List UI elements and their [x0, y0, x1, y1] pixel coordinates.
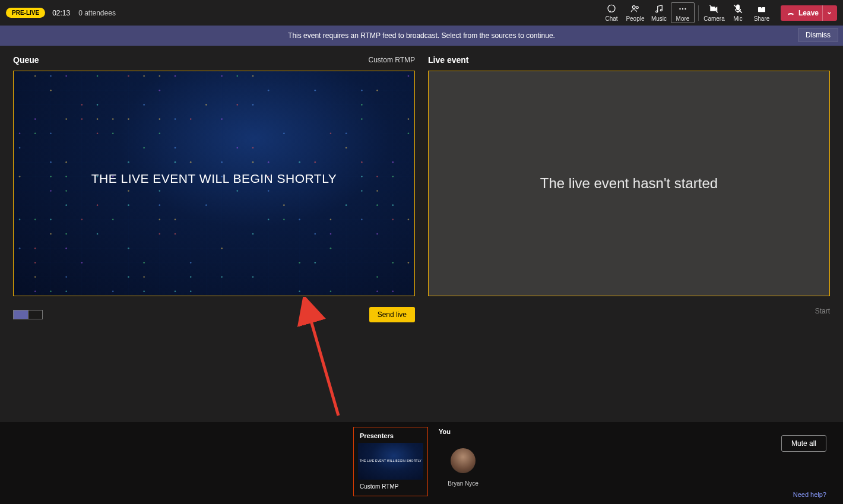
presenters-title: Presenters — [360, 432, 424, 439]
layout-toggle[interactable] — [13, 310, 43, 319]
music-button[interactable]: Music — [647, 2, 671, 23]
live-title: Live event — [428, 55, 468, 65]
top-bar: PRE-LIVE 02:13 0 attendees Chat People M… — [0, 0, 843, 26]
chat-button[interactable]: Chat — [600, 2, 623, 23]
avatar — [451, 448, 476, 473]
status-badge: PRE-LIVE — [6, 8, 45, 18]
chat-icon — [606, 4, 617, 14]
leave-button[interactable]: Leave — [781, 5, 837, 21]
more-button[interactable]: More — [671, 2, 695, 23]
svg-point-0 — [608, 5, 615, 12]
camera-button[interactable]: Camera — [702, 2, 726, 23]
svg-point-4 — [660, 9, 662, 11]
presenter-tray: Presenters THE LIVE EVENT WILL BEGIN SHO… — [0, 422, 843, 504]
live-status-message: The live event hasn't started — [540, 175, 718, 192]
people-icon — [630, 4, 641, 14]
queue-overlay-text: THE LIVE EVENT WILL BEGIN SHORTLY — [14, 172, 414, 186]
mic-off-icon — [733, 4, 743, 14]
topbar-actions: Chat People Music More Camera Mic Share — [600, 2, 837, 23]
svg-point-5 — [679, 8, 680, 9]
banner-message: This event requires an RTMP feed to broa… — [288, 31, 555, 40]
people-button[interactable]: People — [623, 2, 647, 23]
music-icon — [654, 4, 664, 14]
mic-button[interactable]: Mic — [726, 2, 750, 23]
dismiss-button[interactable]: Dismiss — [798, 28, 838, 42]
ellipsis-icon — [677, 4, 688, 14]
share-icon — [756, 4, 767, 14]
svg-point-3 — [656, 11, 658, 12]
live-preview: The live event hasn't started — [428, 71, 830, 296]
share-button[interactable]: Share — [750, 2, 774, 23]
you-card[interactable]: You Bryan Nyce — [436, 427, 490, 487]
mute-all-button[interactable]: Mute all — [781, 435, 826, 452]
svg-point-2 — [636, 7, 638, 9]
elapsed-timer: 02:13 — [52, 9, 70, 17]
svg-point-7 — [684, 8, 686, 9]
hangup-icon — [787, 9, 795, 17]
svg-point-6 — [682, 8, 683, 9]
rtmp-banner: This event requires an RTMP feed to broa… — [0, 26, 843, 46]
chevron-down-icon[interactable] — [822, 5, 832, 21]
camera-off-icon — [709, 4, 720, 14]
live-column: Live event The live event hasn't started… — [428, 55, 830, 322]
svg-line-203 — [308, 309, 338, 416]
you-title: You — [439, 428, 490, 435]
need-help-link[interactable]: Need help? — [793, 491, 826, 498]
queue-source-label: Custom RTMP — [369, 56, 415, 64]
presenter-source-label: Custom RTMP — [360, 483, 424, 490]
main-area: Queue Custom RTMP THE LIVE EVENT WILL BE… — [0, 46, 843, 322]
presenters-card[interactable]: Presenters THE LIVE EVENT WILL BEGIN SHO… — [353, 427, 428, 496]
queue-title: Queue — [13, 55, 39, 65]
queue-preview[interactable]: THE LIVE EVENT WILL BEGIN SHORTLY — [13, 71, 415, 296]
start-button[interactable]: Start — [815, 307, 830, 315]
attendee-count: 0 attendees — [78, 9, 116, 17]
separator — [698, 5, 699, 21]
send-live-button[interactable]: Send live — [369, 307, 415, 322]
svg-point-1 — [632, 6, 635, 9]
queue-column: Queue Custom RTMP THE LIVE EVENT WILL BE… — [13, 55, 415, 322]
presenter-thumbnail[interactable]: THE LIVE EVENT WILL BEGIN SHORTLY — [358, 443, 423, 480]
you-name: Bryan Nyce — [436, 480, 490, 487]
